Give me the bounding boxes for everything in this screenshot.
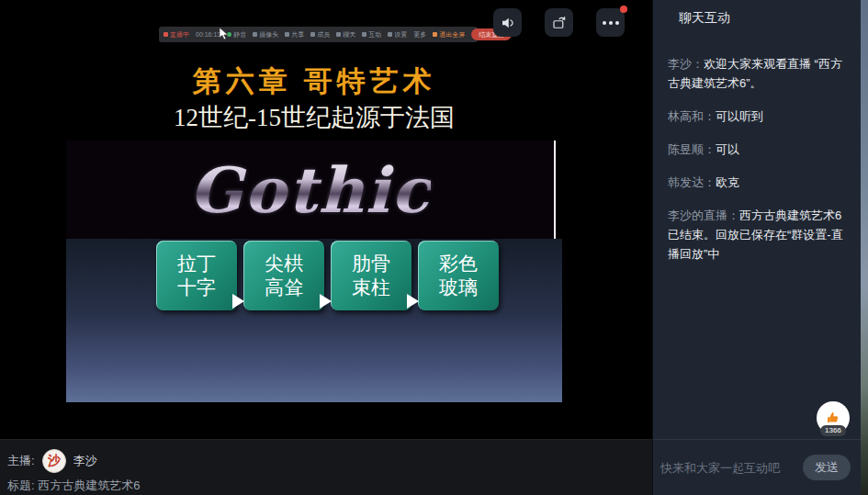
exit-fullscreen-icon	[433, 32, 437, 37]
flow-box-text: 高耸	[265, 276, 303, 299]
message-text: 可以听到	[716, 109, 763, 123]
rotate-screen-icon	[551, 15, 568, 31]
more-button[interactable]	[596, 8, 625, 37]
members-icon	[310, 32, 315, 37]
chat-input-row: 发送	[653, 439, 862, 495]
chat-header: 聊天互动	[653, 0, 861, 27]
slide-subtitle: 12世纪-15世纪起源于法国	[66, 101, 562, 134]
video-area: 直播中 00:16:13 静音 摄像头 共享 成员 聊天 互动 设置 更多 退出…	[0, 0, 652, 439]
like-count-badge: 1366	[820, 425, 846, 436]
toolbar-members[interactable]: 成员	[310, 30, 330, 39]
toolbar-more[interactable]: 更多	[413, 30, 426, 39]
chat-message: 李沙：欢迎大家来观看直播 “西方古典建筑艺术6”。	[668, 54, 848, 93]
flow-box-latin-cross: 拉丁 十字	[156, 241, 237, 310]
gothic-banner-image: Gothic	[66, 141, 556, 239]
notification-dot	[620, 6, 627, 13]
host-name: 李沙	[73, 453, 97, 469]
interact-icon	[362, 32, 366, 37]
flow-box-text: 彩色	[439, 252, 478, 276]
chat-message: 陈昱顺：可以	[668, 140, 848, 159]
flow-box-text: 十字	[177, 276, 216, 299]
mouse-cursor	[219, 27, 229, 40]
toolbar-mute[interactable]: 静音	[227, 30, 246, 39]
flow-box-pointed-arch: 尖栱 高耸	[243, 241, 324, 310]
live-icon	[163, 32, 168, 37]
flow-box-text: 拉丁	[177, 252, 216, 276]
message-text: 可以	[716, 142, 739, 156]
share-toolbar[interactable]: 直播中 00:16:13 静音 摄像头 共享 成员 聊天 互动 设置 更多 退出…	[159, 27, 478, 42]
message-sender: 林高和：	[668, 109, 716, 123]
like-button[interactable]: 1366	[817, 401, 850, 434]
more-dots-icon	[603, 21, 619, 25]
message-sender: 李沙：	[668, 57, 704, 71]
flow-box-rib-vault: 肋骨 束柱	[331, 241, 411, 310]
toolbar-chat[interactable]: 聊天	[336, 30, 355, 39]
toolbar-interact[interactable]: 互动	[362, 30, 381, 39]
speaker-wave-icon	[500, 15, 516, 31]
desktop-edge-strip	[861, 0, 868, 495]
toolbar-settings[interactable]: 设置	[388, 30, 407, 39]
message-sender: 李沙的直播：	[668, 208, 739, 222]
flow-box-stained-glass: 彩色 玻璃	[418, 241, 499, 310]
broadcaster-bar: 主播: 沙 李沙 标题: 西方古典建筑艺术6	[0, 439, 652, 495]
gear-icon	[388, 32, 392, 37]
arrow-right-icon	[320, 294, 332, 309]
message-text: 欧克	[716, 175, 739, 189]
host-avatar[interactable]: 沙	[42, 449, 66, 473]
chat-icon	[336, 32, 341, 37]
thumbs-up-icon	[825, 410, 841, 426]
slide-chapter-title: 第六章 哥特艺术	[66, 62, 562, 101]
message-sender: 陈昱顺：	[668, 142, 716, 156]
toolbar-camera[interactable]: 摄像头	[253, 30, 278, 39]
host-label: 主播:	[7, 453, 35, 469]
slide-gradient-background: 拉丁 十字 尖栱 高耸 肋骨 束柱 彩色 玻璃	[66, 239, 562, 402]
rotate-screen-button[interactable]	[545, 8, 573, 37]
flow-box-text: 尖栱	[265, 252, 303, 276]
chat-message: 林高和：可以听到	[668, 107, 848, 126]
audio-mode-button[interactable]	[493, 8, 522, 37]
camera-icon	[253, 32, 257, 37]
flow-box-text: 肋骨	[352, 252, 390, 276]
toolbar-timer: 00:16:13	[196, 31, 220, 38]
chat-message: 韩发达：欧克	[668, 173, 848, 192]
message-sender: 韩发达：	[668, 175, 716, 189]
send-button[interactable]: 发送	[803, 455, 851, 480]
arrow-right-icon	[232, 294, 244, 309]
toolbar-share[interactable]: 共享	[285, 30, 304, 39]
live-stream-window: 直播中 00:16:13 静音 摄像头 共享 成员 聊天 互动 设置 更多 退出…	[0, 0, 868, 495]
flow-box-text: 束柱	[352, 276, 390, 299]
chat-message: 李沙的直播：西方古典建筑艺术6 已结束。回放已保存在“群设置-直播回放”中	[668, 206, 848, 264]
share-screen-icon	[285, 32, 289, 37]
toolbar-exit-fullscreen[interactable]: 退出全屏	[433, 30, 465, 39]
toolbar-live-status: 直播中	[163, 30, 189, 39]
chat-input[interactable]	[660, 461, 797, 475]
chat-message-list[interactable]: 李沙：欢迎大家来观看直播 “西方古典建筑艺术6”。 林高和：可以听到 陈昱顺：可…	[653, 27, 861, 264]
stream-title: 标题: 西方古典建筑艺术6	[7, 478, 652, 494]
flow-box-text: 玻璃	[439, 276, 478, 299]
chat-panel: 聊天互动 李沙：欢迎大家来观看直播 “西方古典建筑艺术6”。 林高和：可以听到 …	[652, 0, 861, 495]
arrow-right-icon	[407, 294, 419, 309]
gothic-banner-text: Gothic	[189, 153, 432, 227]
